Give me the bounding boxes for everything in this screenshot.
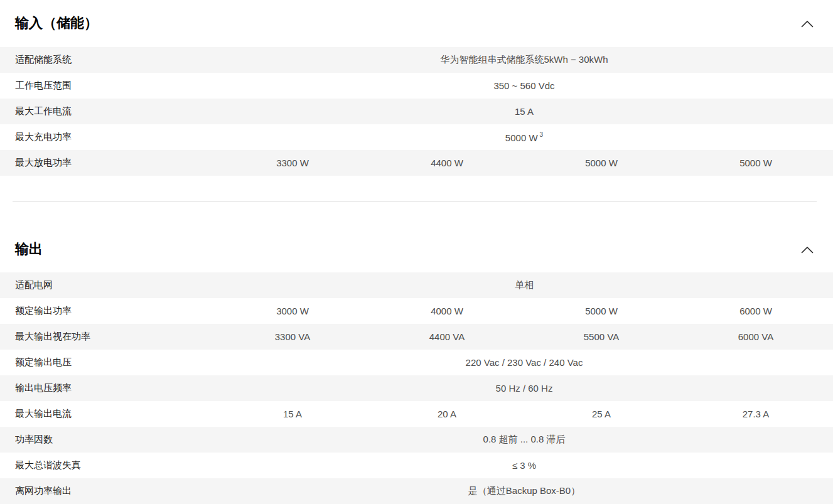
table-row: 额定输出电压 220 Vac / 230 Vac / 240 Vac bbox=[0, 350, 833, 375]
row-values: 220 Vac / 230 Vac / 240 Vac bbox=[215, 357, 833, 368]
value-cell: 5500 VA bbox=[524, 331, 679, 342]
table-row: 额定输出功率 3000 W4000 W5000 W6000 W bbox=[0, 298, 833, 324]
row-label: 最大输出视在功率 bbox=[0, 331, 215, 343]
footnote-superscript: 3 bbox=[540, 131, 544, 138]
row-values: 0.8 超前 ... 0.8 滞后 bbox=[215, 434, 833, 446]
row-label: 离网功率输出 bbox=[0, 485, 215, 497]
spec-section: 输出 适配电网 单相 额定输出功率 3000 W4000 W5000 W6000… bbox=[0, 201, 833, 504]
value-text: ≤ 3 % bbox=[512, 460, 536, 471]
value-text: 6000 W bbox=[739, 306, 772, 316]
value-text: 15 A bbox=[515, 106, 534, 117]
table-row: 输出电压频率 50 Hz / 60 Hz bbox=[0, 375, 833, 401]
value-text: 350 ~ 560 Vdc bbox=[493, 80, 554, 91]
value-cell: 0.8 超前 ... 0.8 滞后 bbox=[215, 434, 833, 446]
value-text: 4000 W bbox=[431, 306, 463, 316]
value-text: 5000 W bbox=[585, 158, 618, 168]
table-row: 最大工作电流 15 A bbox=[0, 99, 833, 124]
value-text: 5000 W bbox=[585, 306, 618, 316]
value-cell: 3300 W bbox=[215, 158, 370, 168]
spec-section: 输入（储能） 适配储能系统 华为智能组串式储能系统5kWh − 30kWh 工作… bbox=[0, 0, 833, 176]
value-cell: 50 Hz / 60 Hz bbox=[215, 383, 833, 394]
value-cell: 4400 VA bbox=[370, 331, 524, 342]
table-row: 最大输出视在功率 3300 VA4400 VA5500 VA6000 VA bbox=[0, 324, 833, 350]
value-cell: 25 A bbox=[524, 409, 679, 419]
chevron-up-icon[interactable] bbox=[800, 245, 814, 254]
row-values: 3300 VA4400 VA5500 VA6000 VA bbox=[215, 331, 833, 342]
table-row: 工作电压范围 350 ~ 560 Vdc bbox=[0, 73, 833, 99]
section-rows: 适配电网 单相 额定输出功率 3000 W4000 W5000 W6000 W … bbox=[0, 272, 833, 504]
table-row: 适配电网 单相 bbox=[0, 272, 833, 298]
table-row: 离网功率输出 是（通过Backup Box-B0） bbox=[0, 478, 833, 504]
value-text: 15 A bbox=[283, 409, 302, 419]
value-text: 20 A bbox=[438, 409, 456, 419]
value-cell: 15 A bbox=[215, 409, 370, 419]
value-cell: ≤ 3 % bbox=[215, 460, 833, 471]
row-label: 工作电压范围 bbox=[0, 80, 215, 92]
value-cell: 4000 W bbox=[370, 306, 524, 316]
table-row: 最大放电功率 3300 W4400 W5000 W5000 W bbox=[0, 150, 833, 176]
row-values: 5000 W3 bbox=[215, 132, 833, 143]
value-cell: 27.3 A bbox=[679, 409, 833, 419]
value-cell: 220 Vac / 230 Vac / 240 Vac bbox=[215, 357, 833, 368]
table-row: 功率因数 0.8 超前 ... 0.8 滞后 bbox=[0, 427, 833, 453]
row-label: 额定输出电压 bbox=[0, 357, 215, 368]
chevron-up-icon[interactable] bbox=[800, 19, 814, 28]
row-values: 单相 bbox=[215, 279, 833, 291]
row-values: 3000 W4000 W5000 W6000 W bbox=[215, 306, 833, 316]
value-cell: 20 A bbox=[370, 409, 524, 419]
row-label: 最大放电功率 bbox=[0, 157, 215, 169]
value-text: 50 Hz / 60 Hz bbox=[496, 383, 553, 394]
value-text: 4400 VA bbox=[429, 331, 465, 342]
value-text: 3300 W bbox=[276, 158, 309, 168]
value-cell: 5000 W3 bbox=[215, 132, 833, 143]
value-cell: 5000 W bbox=[679, 158, 833, 168]
value-text: 0.8 超前 ... 0.8 滞后 bbox=[483, 434, 566, 444]
value-cell: 15 A bbox=[215, 106, 833, 117]
row-values: ≤ 3 % bbox=[215, 460, 833, 471]
row-values: 3300 W4400 W5000 W5000 W bbox=[215, 158, 833, 168]
value-cell: 6000 W bbox=[679, 306, 833, 316]
section-header[interactable]: 输出 bbox=[0, 201, 833, 272]
row-label: 功率因数 bbox=[0, 434, 215, 446]
value-text: 是（通过Backup Box-B0） bbox=[468, 485, 580, 496]
row-label: 输出电压频率 bbox=[0, 382, 215, 394]
value-text: 5500 VA bbox=[584, 331, 619, 342]
row-values: 50 Hz / 60 Hz bbox=[215, 383, 833, 394]
row-label: 最大输出电流 bbox=[0, 408, 215, 420]
row-values: 350 ~ 560 Vdc bbox=[215, 80, 833, 91]
value-text: 27.3 A bbox=[743, 409, 770, 419]
row-label: 最大充电功率 bbox=[0, 131, 215, 143]
row-label: 最大工作电流 bbox=[0, 105, 215, 117]
value-cell: 3000 W bbox=[215, 306, 370, 316]
row-label: 适配储能系统 bbox=[0, 54, 215, 66]
section-rows: 适配储能系统 华为智能组串式储能系统5kWh − 30kWh 工作电压范围 35… bbox=[0, 47, 833, 176]
row-values: 是（通过Backup Box-B0） bbox=[215, 485, 833, 497]
row-label: 最大总谐波失真 bbox=[0, 459, 215, 471]
value-cell: 4400 W bbox=[370, 158, 524, 168]
spec-tables: 输入（储能） 适配储能系统 华为智能组串式储能系统5kWh − 30kWh 工作… bbox=[0, 0, 833, 504]
value-text: 3300 VA bbox=[275, 331, 310, 342]
value-cell: 单相 bbox=[215, 279, 833, 291]
section-header[interactable]: 输入（储能） bbox=[0, 0, 833, 47]
table-row: 最大总谐波失真 ≤ 3 % bbox=[0, 453, 833, 478]
value-text: 6000 VA bbox=[738, 331, 773, 342]
table-row: 最大输出电流 15 A20 A25 A27.3 A bbox=[0, 401, 833, 427]
value-cell: 5000 W bbox=[524, 306, 679, 316]
value-text: 3000 W bbox=[276, 306, 309, 316]
value-text: 单相 bbox=[515, 279, 534, 290]
value-cell: 华为智能组串式储能系统5kWh − 30kWh bbox=[215, 54, 833, 66]
row-values: 15 A20 A25 A27.3 A bbox=[215, 409, 833, 419]
value-cell: 是（通过Backup Box-B0） bbox=[215, 485, 833, 497]
value-text: 华为智能组串式储能系统5kWh − 30kWh bbox=[440, 54, 608, 65]
value-text: 25 A bbox=[592, 409, 611, 419]
value-text: 220 Vac / 230 Vac / 240 Vac bbox=[466, 357, 583, 368]
value-cell: 6000 VA bbox=[679, 331, 833, 342]
value-cell: 3300 VA bbox=[215, 331, 370, 342]
table-row: 最大充电功率 5000 W3 bbox=[0, 124, 833, 150]
value-text: 5000 W bbox=[505, 132, 538, 143]
row-values: 15 A bbox=[215, 106, 833, 117]
section-title: 输入（储能） bbox=[15, 15, 98, 31]
value-text: 4400 W bbox=[431, 158, 463, 168]
row-values: 华为智能组串式储能系统5kWh − 30kWh bbox=[215, 54, 833, 66]
value-cell: 350 ~ 560 Vdc bbox=[215, 80, 833, 91]
